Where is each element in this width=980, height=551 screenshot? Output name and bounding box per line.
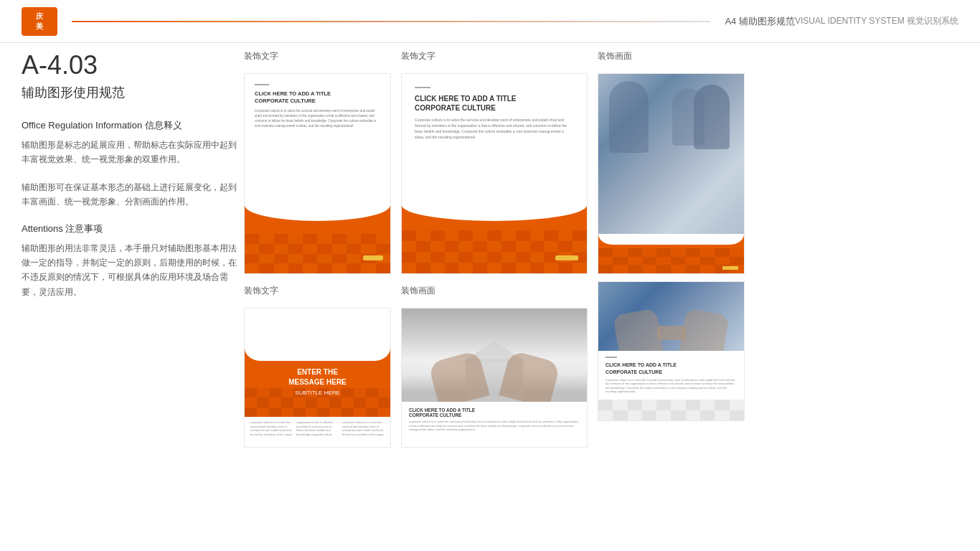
card3-photo-top [598, 74, 744, 234]
card5-body: corporate culture is to solve the surviv… [409, 420, 580, 432]
section2-text: 辅助图形可在保证基本形态的基础上进行延展变化，起到丰富画面、统一视觉形象、分割画… [22, 180, 244, 209]
card3-orange-strip [598, 234, 744, 273]
card4-top [245, 309, 390, 348]
card2-label: 装饰文字 [401, 50, 588, 62]
col1: 装饰文字 CLICK HERE TO ADD A TITLECORPORATE … [244, 50, 391, 448]
section3-text: 辅助图形的用法非常灵活，本手册只对辅助图形基本用法做一定的指导，并制定一定的原则… [22, 241, 244, 300]
card2-wave [402, 205, 587, 221]
header-nav: A4 辅助图形规范 [725, 15, 795, 28]
header: 庆 美 A4 辅助图形规范 VISUAL IDENTITY SYSTEM 视觉识… [0, 0, 980, 43]
section2: 辅助图形可在保证基本形态的基础上进行延展变化，起到丰富画面、统一视觉形象、分割画… [22, 180, 244, 209]
col3: 装饰画面 [598, 50, 745, 448]
card4-label: 装饰文字 [244, 285, 391, 297]
card2-deco-line [415, 87, 430, 88]
card4: ENTER THEMESSAGE HERESUBTITLE HERE corpo… [244, 308, 391, 448]
card3-yellow-bar [722, 266, 738, 270]
card4-footer: corporate culture is to solve the surviv… [245, 417, 390, 447]
card1: CLICK HERE TO ADD A TITLECORPORATE CULTU… [244, 73, 391, 274]
card3-sub-title: CLICK HERE TO ADD A TITLECORPORATE CULTU… [606, 362, 737, 375]
card3-sub-photo [598, 282, 744, 351]
logo: 庆 美 [22, 7, 57, 36]
card5-photo [402, 309, 587, 402]
card3-sub: CLICK HERE TO ADD A TITLECORPORATE CULTU… [598, 281, 745, 421]
card2-text-area: CLICK HERE TO ADD A TITLECORPORATE CULTU… [402, 74, 587, 205]
section-attention: Attentions 注意事项 辅助图形的用法非常灵活，本手册只对辅助图形基本用… [22, 222, 244, 300]
card3-sub-text: CLICK HERE TO ADD A TITLECORPORATE CULTU… [598, 351, 744, 400]
svg-text:美: 美 [35, 22, 44, 30]
col2: 装饰文字 CLICK HERE TO ADD A TITLECORPORATE … [401, 50, 588, 448]
card1-wave [245, 205, 390, 221]
card3-label: 装饰画面 [598, 50, 745, 62]
card1-body: Corporate culture is to solve the surviv… [255, 108, 380, 129]
card4-footer-col3: corporate culture is to solve the surviv… [342, 420, 385, 443]
cards-area: 装饰文字 CLICK HERE TO ADD A TITLECORPORATE … [244, 50, 958, 551]
svg-text:庆: 庆 [35, 12, 44, 20]
card1-deco-line [255, 84, 269, 85]
card2-pattern [402, 230, 587, 273]
card2-title: CLICK HERE TO ADD A TITLECORPORATE CULTU… [415, 94, 574, 113]
card4-enter-text: ENTER THEMESSAGE HERESUBTITLE HERE [288, 367, 347, 397]
left-panel: A-4.03 辅助图形使用规范 Office Regulation Inform… [22, 50, 244, 551]
nav-title: A4 辅助图形规范 [725, 15, 795, 28]
section3-title: Attentions 注意事项 [22, 222, 244, 235]
card1-text-area: CLICK HERE TO ADD A TITLECORPORATE CULTU… [245, 74, 390, 205]
card4-footer-col1: corporate culture is to solve the surviv… [250, 420, 293, 443]
section1-text: 辅助图形是标志的延展应用，帮助标志在实际应用中起到丰富视觉效果、统一视觉形象的双… [22, 138, 244, 167]
card5-title: CLICK HERE TO ADD A TITLECORPORATE CULTU… [409, 408, 580, 418]
card4-wave [245, 348, 390, 361]
header-right: VISUAL IDENTITY SYSTEM 视觉识别系统 [795, 15, 958, 27]
card2-orange-bottom [402, 205, 587, 273]
page-subtitle: 辅助图形使用规范 [22, 84, 244, 101]
card1-title: CLICK HERE TO ADD A TITLECORPORATE CULTU… [255, 90, 380, 105]
section1-title: Office Regulation Information 信息释义 [22, 119, 244, 132]
card2-yellow-bar [555, 255, 578, 260]
card3-big [598, 73, 745, 274]
card3-wave [598, 234, 744, 245]
card1-pattern [245, 234, 390, 273]
card4-footer-col2: organizations that is effective and shar… [296, 420, 339, 443]
card1-orange-bottom [245, 205, 390, 273]
card1-label: 装饰文字 [244, 50, 391, 62]
card5-text: CLICK HERE TO ADD A TITLECORPORATE CULTU… [402, 402, 587, 438]
card5-label: 装饰画面 [401, 285, 588, 297]
card4-orange: ENTER THEMESSAGE HERESUBTITLE HERE [245, 348, 390, 417]
card2-body: Corporate culture is to solve the surviv… [415, 117, 574, 140]
section-info: Office Regulation Information 信息释义 辅助图形是… [22, 119, 244, 167]
page-number: A-4.03 [22, 50, 244, 80]
card2: CLICK HERE TO ADD A TITLECORPORATE CULTU… [401, 73, 588, 274]
card1-yellow-bar [363, 255, 383, 260]
card3-sub-deco [606, 357, 617, 358]
card5: CLICK HERE TO ADD A TITLECORPORATE CULTU… [401, 308, 588, 448]
header-line [72, 21, 710, 22]
card3-sub-pattern [598, 400, 744, 420]
card3-sub-body: Corporate culture is to solve the surviv… [606, 378, 737, 394]
